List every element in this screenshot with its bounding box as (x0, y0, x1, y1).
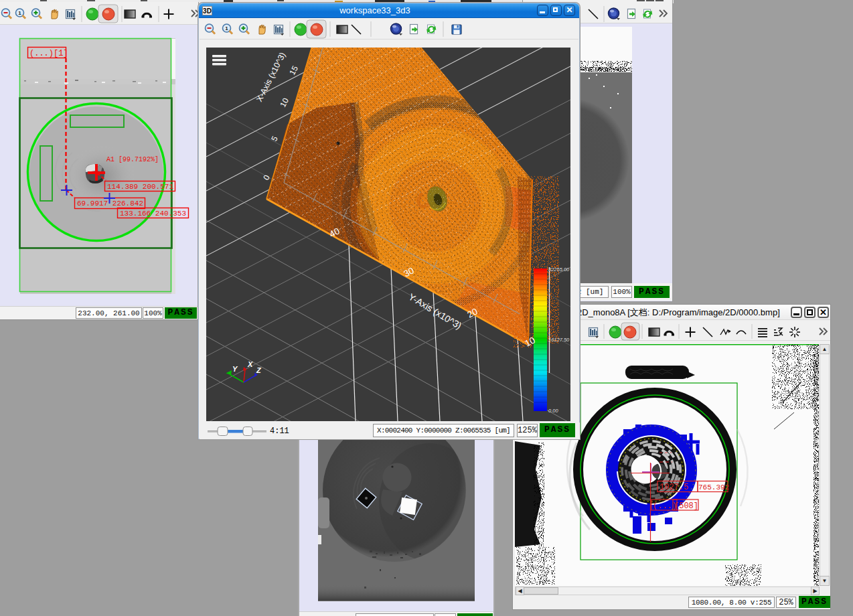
svg-text:69.9917 226.842: 69.9917 226.842 (77, 200, 143, 208)
svg-text:X: X (247, 360, 253, 368)
svg-text:0.00: 0.00 (548, 408, 558, 414)
svg-text:(...)[1]: (...)[1] (29, 49, 68, 58)
svg-text:16127.50: 16127.50 (548, 337, 570, 343)
svg-text:(...): (...) (653, 502, 677, 511)
svg-text:Z: Z (256, 366, 262, 374)
svg-text:A1 [99.7192%]: A1 [99.7192%] (106, 156, 159, 163)
svg-text:1027.5: 1027.5 (660, 483, 688, 492)
svg-text:133.166 240.353: 133.166 240.353 (120, 210, 186, 218)
svg-text:114.389 200.571: 114.389 200.571 (107, 183, 173, 191)
svg-text:765.392: 765.392 (698, 483, 729, 491)
svg-text:[508]: [508] (674, 502, 698, 511)
svg-text:32255.00: 32255.00 (548, 266, 570, 273)
